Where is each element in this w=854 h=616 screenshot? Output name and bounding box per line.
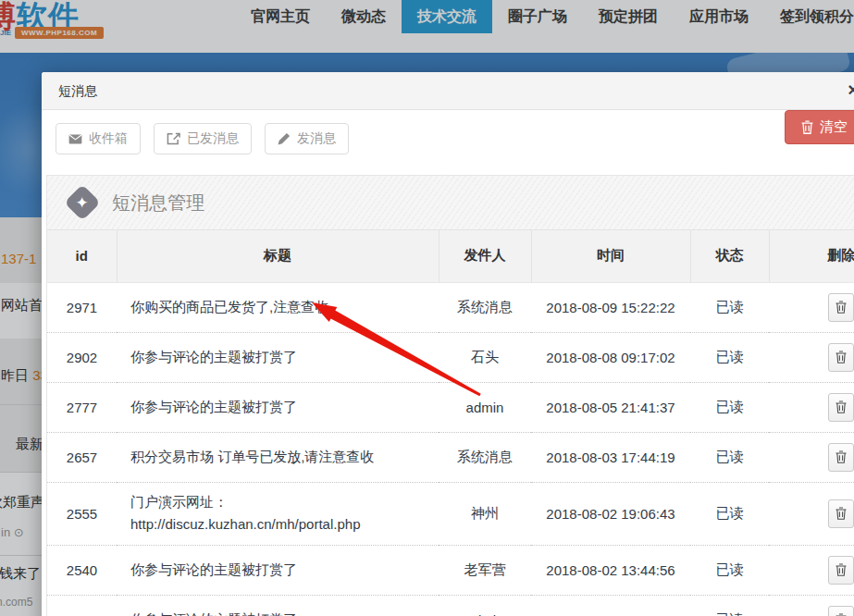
col-header-id: id	[47, 230, 117, 282]
message-sender: admin	[439, 595, 531, 616]
col-header-status: 状态	[690, 230, 769, 282]
trash-icon	[835, 301, 847, 314]
trash-icon	[835, 507, 847, 520]
message-title-link[interactable]: 你参与评论的主题被打赏了	[117, 332, 439, 382]
message-id: 2777	[47, 382, 117, 432]
diamond-star-icon: ✦	[64, 184, 101, 221]
table-row: 2971 你购买的商品已发货了,注意查收 系统消息 2018-08-09 15:…	[47, 282, 854, 332]
col-header-sender: 发件人	[439, 230, 531, 282]
sent-messages-button[interactable]: 已发消息	[154, 123, 252, 154]
message-id: 2555	[47, 482, 117, 545]
modal-title: 短消息	[42, 72, 854, 110]
message-id: 2540	[47, 545, 117, 595]
close-icon[interactable]: ×	[848, 80, 854, 99]
message-title-link[interactable]: 积分交易市场 订单号已发放,请注意查收	[117, 432, 439, 482]
trash-icon	[801, 120, 813, 134]
messages-panel: ✦ 短消息管理 id 标题 发件人 时间 状态 删除	[46, 175, 854, 616]
message-time: 2018-08-09 15:22:22	[531, 282, 690, 332]
message-title-link[interactable]: 你参与评论的主题被打赏了	[117, 595, 439, 616]
delete-message-button[interactable]	[828, 343, 854, 372]
envelope-icon	[68, 134, 82, 144]
message-id: 2971	[47, 282, 117, 332]
message-toolbar: 收件箱 已发消息 发消息	[56, 123, 854, 154]
table-row: 2777 你参与评论的主题被打赏了 admin 2018-08-05 21:41…	[47, 382, 854, 432]
messages-table: id 标题 发件人 时间 状态 删除 2971 你购买的商品已发货了,注意查收 …	[47, 230, 854, 616]
message-id: 2902	[47, 332, 117, 382]
message-status: 已读	[690, 332, 769, 382]
compose-button[interactable]: 发消息	[265, 123, 349, 154]
message-sender: 神州	[439, 482, 531, 545]
message-status: 已读	[690, 545, 769, 595]
share-square-icon	[167, 132, 180, 145]
message-time: 2018-08-08 09:17:02	[531, 332, 690, 382]
message-status: 已读	[690, 432, 769, 482]
table-row: 2540 你参与评论的主题被打赏了 老军营 2018-08-02 13:44:5…	[47, 545, 854, 595]
delete-message-button[interactable]	[828, 443, 854, 472]
message-time: 2018-08-02 13:44:56	[531, 545, 690, 595]
table-row: 2657 积分交易市场 订单号已发放,请注意查收 系统消息 2018-08-03…	[47, 432, 854, 482]
col-header-time: 时间	[531, 230, 690, 282]
message-id: 2451	[47, 595, 117, 616]
message-status: 已读	[690, 282, 769, 332]
delete-message-button[interactable]	[828, 499, 854, 528]
message-id: 2657	[47, 432, 117, 482]
pencil-icon	[278, 132, 291, 145]
clear-all-button[interactable]: 清空	[785, 110, 854, 144]
delete-message-button[interactable]	[828, 293, 854, 322]
col-header-delete: 删除	[769, 230, 854, 282]
table-row: 2555 门户演示网址：http://discuz.kuzhan.cn/mh/p…	[47, 482, 854, 545]
message-time: 2018-08-02 19:06:43	[531, 482, 690, 545]
message-status: 已读	[690, 482, 769, 545]
delete-message-button[interactable]	[828, 606, 854, 616]
message-status: 已读	[690, 595, 769, 616]
message-sender: 系统消息	[439, 432, 531, 482]
message-title-link[interactable]: 你参与评论的主题被打赏了	[117, 545, 439, 595]
table-header-row: id 标题 发件人 时间 状态 删除	[47, 230, 854, 282]
trash-icon	[835, 563, 847, 576]
message-title-link[interactable]: 门户演示网址：http://discuz.kuzhan.cn/mh/portal…	[117, 482, 439, 545]
message-sender: 石头	[439, 332, 531, 382]
message-title-link[interactable]: 你参与评论的主题被打赏了	[117, 382, 439, 432]
modal-body: 收件箱 已发消息 发消息 清空 ✦ 短消息管理	[42, 110, 854, 616]
col-header-title: 标题	[117, 230, 439, 282]
section-title: 短消息管理	[112, 191, 204, 216]
inbox-button[interactable]: 收件箱	[56, 123, 141, 154]
trash-icon	[835, 400, 847, 413]
section-header: ✦ 短消息管理	[47, 176, 854, 230]
message-status: 已读	[690, 382, 769, 432]
message-sender: 系统消息	[439, 282, 531, 332]
table-row: 2902 你参与评论的主题被打赏了 石头 2018-08-08 09:17:02…	[47, 332, 854, 382]
message-time: 2018-08-05 21:41:37	[531, 382, 690, 432]
modal-header: 短消息 ×	[42, 72, 854, 110]
delete-message-button[interactable]	[828, 393, 854, 422]
trash-icon	[835, 450, 847, 463]
message-sender: admin	[439, 382, 531, 432]
message-sender: 老军营	[439, 545, 531, 595]
trash-icon	[835, 351, 847, 363]
messages-modal: 短消息 × 收件箱 已发消息 发消息 清空 ✦ 短消息管理	[42, 72, 854, 616]
message-title-link[interactable]: 你购买的商品已发货了,注意查收	[117, 282, 439, 332]
table-row: 2451 你参与评论的主题被打赏了 admin 2018-08-01 20:15…	[47, 595, 854, 616]
message-time: 2018-08-01 20:15:08	[531, 595, 690, 616]
delete-message-button[interactable]	[828, 556, 854, 585]
message-time: 2018-08-03 17:44:19	[531, 432, 690, 482]
